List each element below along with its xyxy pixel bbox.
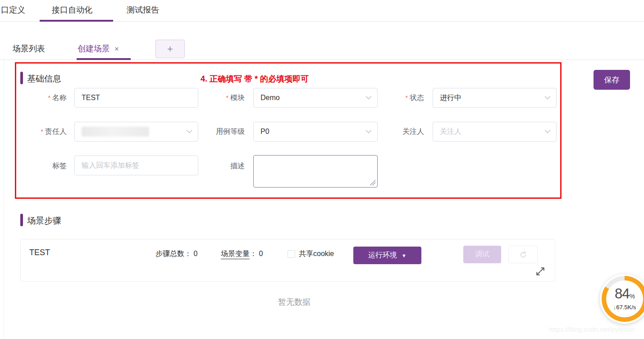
refresh-button[interactable] (508, 246, 538, 263)
follower-select[interactable]: 关注人 (433, 122, 557, 142)
owner-value-redacted (82, 127, 149, 137)
progress-percent: 84% (615, 287, 635, 303)
download-speed: ↓67.5K/s (613, 304, 636, 311)
empty-data-text: 暂无数据 (0, 297, 589, 307)
steps-section-bar (20, 214, 23, 226)
expand-icon[interactable] (535, 266, 545, 276)
save-button[interactable]: 保存 (594, 70, 630, 90)
sub-tab-bar: 场景列表 创建场景× + (0, 22, 644, 60)
subtab-create-scene[interactable]: 创建场景× (78, 43, 119, 54)
required-mark: * (48, 94, 50, 101)
status-value: 进行中 (440, 93, 461, 103)
add-tab-button[interactable]: + (155, 40, 185, 58)
chevron-down-icon (544, 129, 551, 134)
tab-api-automation[interactable]: 接口自动化 (52, 5, 92, 15)
share-cookie-label[interactable]: 共享cookie (299, 249, 334, 259)
run-env-button[interactable]: 运行环境▼ (353, 247, 421, 264)
follower-label: 关注人 (357, 127, 424, 137)
required-mark: * (226, 94, 228, 101)
name-label: *名称 (0, 93, 67, 103)
tab-test-report[interactable]: 测试报告 (127, 5, 159, 15)
steps-total-value: 0 (193, 250, 197, 257)
description-label: 描述 (178, 161, 245, 171)
basic-info-title: 基础信息 (27, 73, 61, 85)
required-mark: * (405, 94, 408, 101)
download-progress-widget[interactable]: 84% ↓67.5K/s (600, 274, 644, 324)
chevron-down-icon (544, 96, 551, 100)
annotation-text: 4. 正确填写 带 * 的必填项即可 (201, 73, 309, 84)
owner-label: *责任人 (0, 127, 67, 137)
refresh-icon (519, 251, 527, 259)
required-mark: * (41, 128, 43, 135)
share-cookie-checkbox[interactable] (288, 250, 295, 258)
module-label: *模块 (178, 93, 245, 103)
debug-button[interactable]: 调试 (463, 246, 501, 263)
case-level-label: 用例等级 (178, 127, 245, 137)
app-window: 口定义 接口自动化 测试报告 场景列表 创建场景× + 4. 正确填写 带 * … (0, 0, 644, 339)
plus-icon: + (167, 43, 173, 55)
tab-api-definition[interactable]: 口定义 (1, 5, 25, 15)
scenario-name: TEST (29, 248, 50, 257)
module-value: Demo (260, 94, 280, 102)
top-tab-bar: 口定义 接口自动化 测试报告 (0, 0, 644, 22)
steps-total: 步骤总数： 0 (155, 249, 197, 259)
case-level-value: P0 (260, 128, 269, 136)
tags-label: 标签 (0, 161, 67, 171)
steps-title: 场景步骤 (27, 215, 61, 227)
follower-placeholder: 关注人 (440, 127, 461, 137)
subtab-create-scene-label: 创建场景 (78, 44, 110, 53)
panel-border (4, 22, 4, 339)
status-select[interactable]: 进行中 (433, 88, 557, 108)
progress-ring-inner: 84% ↓67.5K/s (606, 280, 643, 317)
subtab-scene-list[interactable]: 场景列表 (13, 43, 45, 54)
scene-vars-link[interactable]: 场景变量 (221, 250, 250, 259)
scene-vars-value: 0 (259, 250, 263, 257)
progress-ring: 84% ↓67.5K/s (602, 276, 644, 322)
caret-down-icon: ▼ (402, 253, 406, 258)
watermark-text: https://blog.csdn.net/pytester (549, 325, 635, 333)
description-textarea[interactable] (253, 155, 378, 188)
active-subtab-underline (77, 58, 131, 60)
scene-vars: 场景变量： 0 (221, 249, 263, 259)
basic-info-section-bar (20, 72, 23, 84)
status-label: *状态 (357, 93, 424, 103)
close-tab-icon[interactable]: × (114, 45, 119, 53)
